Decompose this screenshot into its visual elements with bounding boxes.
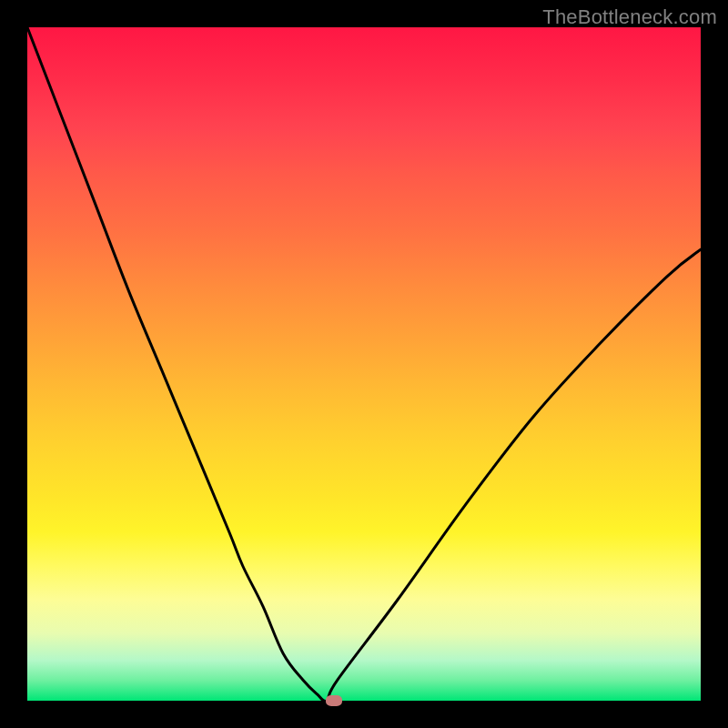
plot-area bbox=[27, 27, 701, 701]
curve-layer bbox=[27, 27, 701, 701]
bottleneck-curve bbox=[27, 27, 701, 701]
watermark-text: TheBottleneck.com bbox=[542, 5, 717, 29]
optimal-point-marker bbox=[326, 695, 342, 706]
chart-container: TheBottleneck.com bbox=[0, 0, 728, 728]
